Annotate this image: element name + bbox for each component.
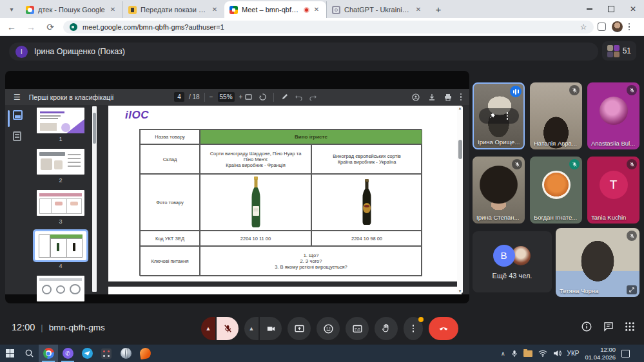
print-icon[interactable] [444,93,452,101]
pin-icon[interactable] [489,113,496,119]
camera-options-chevron[interactable]: ▲ [244,317,259,340]
search-icon [24,348,34,358]
overflow-participants-tile[interactable]: B Ещё 43 чел. [473,231,552,292]
thumbnail-page-1[interactable] [37,108,84,133]
table-cell-label: Ключові питання [140,246,200,276]
thumbnail-scrollbar[interactable] [92,106,97,292]
fit-page-icon[interactable] [245,93,252,100]
reload-button[interactable]: ⟳ [43,19,58,35]
tab-close-icon[interactable]: ✕ [210,5,219,14]
tab-meet-active[interactable]: Meet – bmn-qbfh-gms ✕ [224,1,326,18]
minimize-button[interactable] [578,0,600,18]
action-center-icon[interactable] [621,350,630,357]
mic-options-chevron[interactable]: ▲ [201,317,215,340]
participant-tile-iryna-stepan[interactable]: Ірина Степан... [473,157,525,224]
recording-indicator-icon [304,7,309,13]
captions-button[interactable] [346,317,369,340]
search-button[interactable] [19,345,39,362]
pdf-page-view: ilOC Назва товару Вино ігристе Склад Сор… [98,105,463,294]
more-options-button[interactable] [404,317,423,340]
profile-avatar[interactable] [612,21,623,32]
page-controls: 4 / 18 − 55% + [174,92,242,102]
system-tray: ∧ УКР 12:00 01.04.2026 [501,346,636,361]
participant-tile-tania[interactable]: T Tania Kuchin [587,157,639,224]
divider: | [41,323,43,332]
chat-button[interactable] [603,321,614,335]
volume-icon[interactable] [553,350,561,357]
taskbar-browser-globe[interactable] [116,345,135,362]
tab-close-icon[interactable]: ✕ [108,5,117,14]
thumbnails-view-icon[interactable] [13,110,23,120]
download-icon[interactable] [428,93,436,101]
wifi-icon[interactable] [538,350,547,357]
mic-off-icon [627,231,637,241]
taskbar-viber[interactable]: ✆ [58,345,77,362]
end-call-button[interactable] [429,317,458,340]
mic-mute-button[interactable] [217,317,239,340]
shared-screen-tile[interactable]: ☰ Перші кроки в класифікації 4 / 18 − 55… [5,71,469,303]
participant-name: Anastasiia Bul... [591,140,635,147]
presentation-mode-icon[interactable] [412,93,420,101]
participant-tile-bohdan[interactable]: Богдан Ігнате... [530,157,582,224]
present-screen-button[interactable] [288,317,311,340]
address-bar[interactable]: meet.google.com/bmn-qbfh-gms?authuser=1 … [63,21,594,33]
new-tab-button[interactable]: + [431,1,446,17]
tray-folder-icon[interactable] [523,350,532,357]
participant-count-pill[interactable]: 51 [602,41,636,61]
tab-google-search[interactable]: дтек - Пошук Google ✕ [21,1,122,18]
language-indicator[interactable]: УКР [567,350,580,357]
tab-close-icon[interactable]: ✕ [414,5,423,14]
activities-grid-button[interactable] [625,321,635,334]
tray-clock[interactable]: 12:00 01.04.2026 [585,346,616,361]
reactions-button[interactable] [317,317,340,340]
rotate-icon[interactable] [259,93,266,100]
forward-button[interactable]: → [23,19,39,35]
bookmark-star-icon[interactable]: ☆ [580,23,587,32]
start-button[interactable] [0,345,19,362]
pdf-more-icon[interactable] [460,93,462,101]
tab-chatgpt[interactable]: ChatGPT - Ukrainian Voice ✕ [326,1,428,18]
annotate-pen-icon[interactable] [281,93,288,100]
tile-more-icon[interactable] [507,112,509,120]
browser-menu-icon[interactable] [629,23,630,31]
redo-icon[interactable] [309,93,317,100]
pdf-menu-icon[interactable]: ☰ [14,93,21,102]
participant-tile-natalia[interactable]: Наталія Авра... [530,82,582,149]
tab-search-chevron-icon[interactable]: ▾ [4,1,19,17]
taskbar-chrome[interactable] [39,345,58,362]
zoom-level[interactable]: 55% [218,92,235,102]
participant-tile-iryna-oryshchenko[interactable]: Ірина Орище... [473,82,525,149]
undo-icon[interactable] [295,93,302,100]
close-window-button[interactable]: ✕ [622,0,644,18]
camera-button[interactable] [260,317,282,340]
table-cell-composition-fr: Сорти винограду Шардоне, Піно Нуар та Пі… [200,144,311,174]
taskbar-ledger-app[interactable] [97,345,116,362]
participant-tile-anastasiia[interactable]: Anastasiia Bul... [587,82,639,149]
tray-mic-icon[interactable] [511,350,518,357]
tab-meter-readings[interactable]: Передати покази лічильника ✕ [122,1,224,18]
thumbnail-page-3[interactable] [37,190,84,216]
taskbar-telegram[interactable] [77,345,97,362]
zoom-in-button[interactable]: + [239,93,243,100]
document-outline-icon[interactable] [13,131,21,141]
pdf-scrollbar[interactable]: ▲▼ [457,106,463,293]
participant-tile-tetiana[interactable]: Тетяна Чорна [556,228,639,297]
url-text[interactable]: meet.google.com/bmn-qbfh-gms?authuser=1 [83,23,224,31]
thumbnail-page-4-selected[interactable] [35,231,86,260]
thumbnail-page-5[interactable] [37,276,84,301]
raise-hand-button[interactable] [375,317,398,340]
back-button[interactable]: ← [4,19,19,35]
maximize-button[interactable] [600,0,622,18]
thumbnail-page-2[interactable] [37,149,84,175]
taskbar-fox-app[interactable] [135,345,155,362]
presenter-avatar: І [15,46,28,58]
tray-expand-icon[interactable]: ∧ [501,350,505,357]
document-title: Перші кроки в класифікації [29,93,114,101]
meeting-details-button[interactable] [581,321,592,335]
page-number-input[interactable]: 4 [174,92,184,102]
expand-tile-icon[interactable] [627,285,637,294]
slide-logo: ilOC [125,109,149,122]
extensions-icon[interactable] [598,23,606,31]
zoom-out-button[interactable]: − [210,93,213,100]
tab-close-icon[interactable]: ✕ [312,5,321,14]
